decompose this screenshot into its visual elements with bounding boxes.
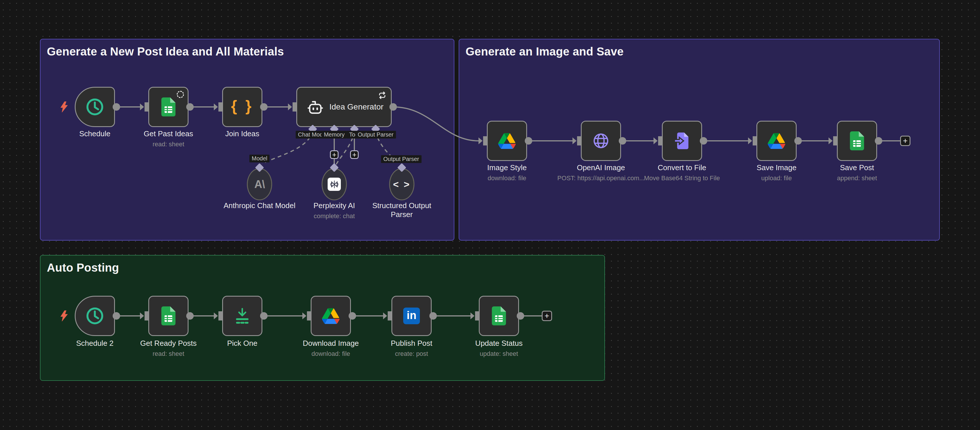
chip-output-parser: Output Parser	[381, 155, 422, 163]
add-memory-button[interactable]: +	[330, 150, 339, 159]
add-tool-button[interactable]: +	[350, 150, 359, 159]
n8n-workflow-canvas[interactable]: { "colors": { "canvas_bg": "#161616", "g…	[0, 0, 980, 430]
add-node-button[interactable]: +	[542, 311, 552, 321]
ports-layer	[0, 0, 980, 430]
add-node-button[interactable]: +	[900, 136, 910, 146]
input-ports[interactable]	[140, 102, 837, 320]
output-ports[interactable]	[113, 103, 882, 320]
port-chip-output-parser: Output Parser	[355, 131, 396, 139]
chip-model: Model	[250, 154, 270, 162]
port-chip-memory: Memory	[321, 131, 347, 139]
